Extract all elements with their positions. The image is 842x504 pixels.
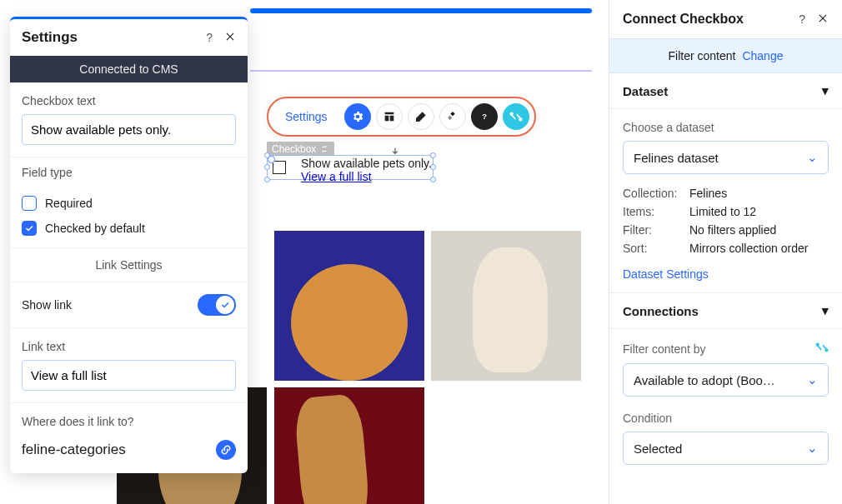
checkbox-text-input[interactable]	[22, 114, 236, 145]
choose-dataset-select[interactable]: Felines dataset ⌄	[623, 141, 829, 174]
svg-point-8	[825, 349, 828, 352]
filter-content-by-select[interactable]: Available to adopt (Boo… ⌄	[623, 363, 829, 397]
checkbox-box[interactable]	[273, 161, 286, 174]
component-chip-swap-icon	[319, 144, 329, 154]
filter-content-change-link[interactable]: Change	[742, 49, 783, 62]
sort-value: Mirrors collection order	[689, 242, 808, 255]
gallery-image-3[interactable]	[274, 387, 424, 504]
toolbar-settings-button[interactable]: Settings	[273, 105, 339, 128]
dataset-section-label: Dataset	[623, 84, 668, 98]
connections-section-head[interactable]: Connections ▾	[609, 292, 842, 329]
filter-key: Filter:	[623, 223, 689, 237]
filter-content-text: Filter content	[669, 49, 736, 62]
chevron-down-icon: ⌄	[807, 150, 818, 165]
chevron-down-icon: ▾	[822, 83, 829, 98]
settings-panel: Settings ? Connected to CMS Checkbox tex…	[10, 17, 248, 473]
field-type-label: Field type	[10, 166, 248, 184]
link-dest-label: Where does it link to?	[22, 415, 236, 428]
svg-rect-1	[384, 116, 388, 122]
svg-point-6	[519, 118, 522, 121]
svg-rect-2	[389, 116, 393, 122]
filter-content-by-label: Filter content by	[623, 342, 706, 356]
condition-value: Selected	[634, 442, 682, 456]
toolbar-settings-gear-icon[interactable]	[344, 103, 371, 130]
checkbox-link[interactable]: View a full list	[301, 170, 372, 183]
dataset-section-head[interactable]: Dataset ▾	[609, 73, 842, 109]
connections-section-label: Connections	[623, 304, 699, 318]
sort-key: Sort:	[623, 242, 689, 255]
link-text-label: Link text	[22, 340, 236, 353]
show-link-label: Show link	[22, 298, 72, 312]
toolbar-layout-icon[interactable]	[376, 103, 403, 130]
connect-panel-title: Connect Checkbox	[623, 12, 744, 27]
filter-content-by-value: Available to adopt (Boo…	[634, 373, 775, 387]
choose-dataset-value: Felines dataset	[634, 151, 719, 165]
page-divider	[250, 70, 592, 72]
svg-point-7	[816, 343, 819, 346]
link-dest-value: feline-categories	[22, 442, 126, 458]
items-key: Items:	[623, 205, 689, 218]
collection-key: Collection:	[623, 187, 689, 200]
choose-dataset-label: Choose a dataset	[623, 121, 829, 134]
checkbox-text: Show available pets only.	[301, 157, 432, 170]
close-icon[interactable]	[817, 12, 829, 27]
link-dest-edit-icon[interactable]	[216, 440, 236, 460]
checked-by-default-checkbox[interactable]	[22, 221, 37, 236]
required-label: Required	[45, 197, 93, 210]
condition-select[interactable]: Selected ⌄	[623, 432, 829, 465]
filter-value: No filters applied	[689, 223, 776, 237]
link-settings-heading: Link Settings	[10, 248, 248, 282]
toolbar-design-brush-icon[interactable]	[408, 103, 434, 130]
checked-by-default-label: Checked by default	[45, 222, 145, 235]
toolbar-help-icon[interactable]: ?	[471, 103, 498, 130]
component-chip-label: Checkbox	[272, 143, 316, 155]
settings-panel-title: Settings	[22, 29, 78, 46]
dataset-settings-link[interactable]: Dataset Settings	[623, 257, 709, 281]
connection-sync-icon[interactable]	[815, 341, 829, 357]
page-top-bar	[250, 8, 592, 13]
condition-label: Condition	[623, 412, 829, 425]
gallery-image-2[interactable]	[431, 231, 581, 381]
svg-text:?: ?	[482, 112, 487, 121]
close-icon[interactable]	[224, 31, 236, 45]
toolbar-animation-icon[interactable]	[439, 103, 466, 130]
gallery-image-1[interactable]	[274, 231, 424, 381]
show-link-toggle[interactable]	[198, 294, 236, 316]
chevron-down-icon: ⌄	[807, 441, 818, 456]
help-icon[interactable]: ?	[206, 31, 213, 44]
collection-value: Felines	[689, 187, 727, 200]
required-checkbox[interactable]	[22, 196, 37, 211]
link-text-input[interactable]	[22, 360, 236, 391]
checkbox-text-label: Checkbox text	[22, 94, 236, 107]
component-toolbar: Settings ?	[267, 97, 536, 137]
connect-checkbox-panel: Connect Checkbox ? Filter content Change…	[609, 0, 842, 504]
items-value: Limited to 12	[689, 205, 756, 218]
selected-checkbox-component[interactable]: Show available pets only. View a full li…	[267, 155, 434, 180]
svg-point-5	[510, 112, 513, 115]
cms-banner: Connected to CMS	[10, 56, 248, 82]
help-icon[interactable]: ?	[799, 12, 805, 26]
svg-rect-0	[384, 112, 393, 115]
chevron-down-icon: ⌄	[807, 372, 818, 387]
filter-content-banner: Filter content Change	[609, 38, 842, 73]
toolbar-connect-data-icon[interactable]	[503, 103, 529, 130]
chevron-down-icon: ▾	[822, 303, 829, 318]
